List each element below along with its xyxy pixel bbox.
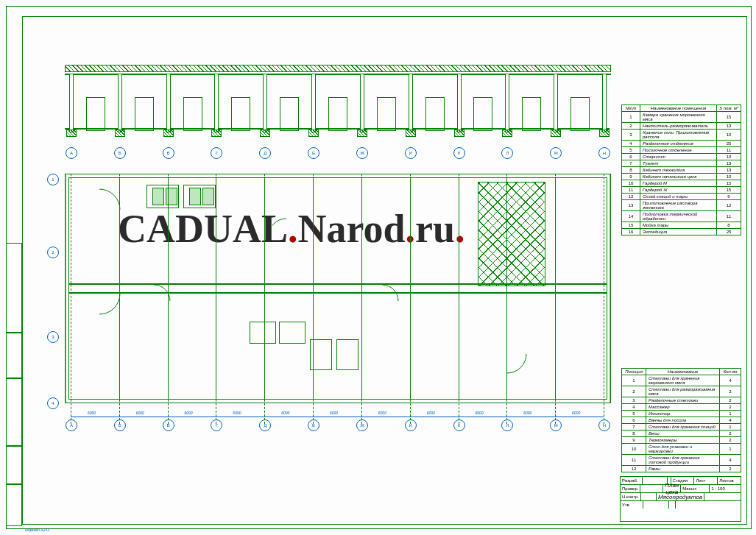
title-block: Разраб.СтадияЛистЛистов Провер.План цеха… [620, 476, 741, 522]
scale-value: 1 : 100 [710, 485, 741, 492]
grid-bubble: К [453, 419, 465, 431]
table-header: Кол-во [720, 369, 741, 375]
role-cell: Разраб. [621, 477, 643, 484]
table-row: 16Экспедиция25 [622, 229, 741, 235]
table-row: 2Стеллажи для размораживания мяса2 [622, 386, 741, 397]
table-row: 7Туалет13 [622, 160, 741, 167]
side-block [6, 484, 22, 526]
grid-bubble: И [405, 419, 417, 431]
dimension-text: 6000 [185, 411, 193, 415]
room-schedule-table: №п/пНаименование помещенияS пом. м²1Каме… [621, 104, 741, 235]
table-row: 12Склад специй и тары9 [622, 194, 741, 200]
table-row: 9Кабинет начальника цеха10 [622, 174, 741, 180]
side-block [6, 243, 22, 333]
grid-bubble: Б [114, 147, 126, 159]
table-row: 5Посолочное отделение11 [622, 147, 741, 154]
grid-bubble: Н [598, 147, 610, 159]
grid-bubble: Ж [356, 147, 368, 159]
table-row: 5Инъектор1 [622, 411, 741, 417]
table-row: 1Камера хранения мороженого мяса15 [622, 112, 741, 123]
table-header: S пом. м² [717, 105, 741, 112]
dimension-text: 6000 [233, 411, 241, 415]
equipment-schedule-table: ПозицияНаименованиеКол-во1Стеллажи для х… [621, 368, 741, 472]
grid-bubble: Ж [356, 419, 368, 431]
dimension-text: 6000 [88, 411, 96, 415]
table-row: 15Мойка тары8 [622, 222, 741, 229]
side-block [6, 378, 22, 446]
table-header: Наименование [646, 369, 720, 375]
table-row: 9Термокамеры2 [622, 437, 741, 444]
grid-bubble: Н [598, 419, 610, 431]
grid-bubble: К [453, 147, 465, 159]
table-row: 3Хранение соли. Приготовление рассола10 [622, 130, 741, 141]
grid-bubble: И [405, 147, 417, 159]
table-row: 6Ванны для посола4 [622, 417, 741, 424]
table-row: 8Весы2 [622, 431, 741, 437]
grid-bubble: Е [308, 419, 319, 431]
floor-plan [65, 174, 611, 403]
dimension-text: 6000 [475, 411, 483, 415]
grid-bubble: 1 [47, 174, 59, 185]
table-row: 14Подготовка термической обработки11 [622, 211, 741, 222]
table-header: №п/п [622, 105, 640, 112]
table-row: 2Накопитель-размораживатель13 [622, 123, 741, 130]
dimension-text: 6000 [330, 411, 338, 415]
table-row: 10Стол для упаковки и маркировки1 [622, 444, 741, 455]
table-row: 4Массажер2 [622, 404, 741, 411]
dimension-text: 6000 [378, 411, 386, 415]
table-row: 11Стеллажи для хранения готовой продукци… [622, 455, 741, 466]
grid-bubble: Б [114, 419, 126, 431]
table-row: 8Кабинет технолога13 [622, 167, 741, 174]
dimension-text: 6000 [572, 411, 580, 415]
grid-bubble: Е [308, 147, 319, 159]
table-row: 6Стерилит10 [622, 154, 741, 160]
table-row: 11Гардероб Ж15 [622, 187, 741, 194]
dimension-text: 6000 [281, 411, 289, 415]
sheet-format-label: Формат А2×3 [25, 528, 49, 532]
drawing-title-2: Мясопродуктов [658, 494, 702, 500]
dimension-text: 6000 [523, 411, 531, 415]
table-row: 10Гардероб М15 [622, 180, 741, 187]
grid-bubble: 2 [47, 247, 59, 258]
side-block [6, 446, 22, 484]
table-row: 12Рамы2 [622, 466, 741, 472]
table-row: 1Стеллажи для хранения мороженого мяса4 [622, 375, 741, 386]
grid-bubble: 3 [47, 331, 59, 343]
dimension-text: 6000 [136, 411, 144, 415]
drawing-sheet: /* placeholder */ АБВГДЕЖИКЛМН [0, 0, 756, 535]
table-row: 4Разделочное отделение25 [622, 141, 741, 147]
grid-bubble: В [163, 147, 174, 159]
table-header: Позиция [622, 369, 646, 375]
dimension-text: 6000 [427, 411, 435, 415]
grid-bubble: В [163, 419, 174, 431]
table-header: Наименование помещения [640, 105, 717, 112]
grid-bubble: А [66, 147, 77, 159]
grid-bubble: А [66, 419, 77, 431]
table-row: 13Приготовление раствора желатина12 [622, 200, 741, 211]
table-row: 3Разделочные стеллажи2 [622, 397, 741, 404]
grid-bubble: 4 [47, 397, 59, 409]
side-block [6, 333, 22, 378]
table-row: 7Стеллажи для хранения специй1 [622, 424, 741, 431]
